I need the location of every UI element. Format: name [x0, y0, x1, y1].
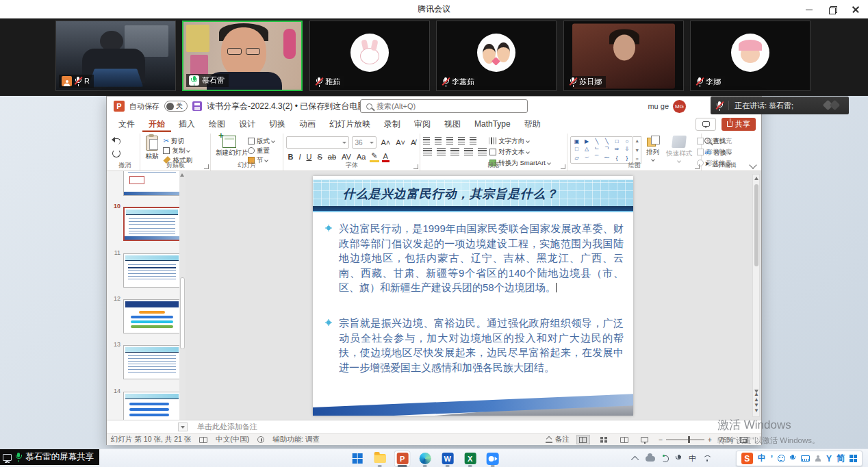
zoom-in-button[interactable]: + — [708, 436, 712, 444]
text-direction-button[interactable]: 文字方向 — [489, 136, 550, 145]
zoom-slider-knob[interactable] — [688, 436, 691, 443]
thumbnail-slide-12[interactable] — [123, 299, 181, 333]
spellcheck-icon[interactable] — [199, 437, 207, 443]
skin-icon[interactable] — [815, 455, 821, 462]
reset-button[interactable]: 重置 — [248, 146, 275, 155]
align-center-icon[interactable] — [437, 148, 446, 155]
scrollbar-thumb[interactable] — [754, 184, 758, 266]
keyboard-icon[interactable] — [801, 455, 810, 462]
replace-button[interactable]: ab替换 — [704, 148, 731, 157]
thumbnail-slide-14[interactable] — [123, 392, 181, 420]
tab-home[interactable]: 开始 — [142, 116, 171, 132]
underline-button[interactable]: U — [305, 153, 313, 161]
comments-button[interactable] — [695, 118, 716, 131]
tray-mic-icon[interactable] — [676, 455, 682, 463]
taskbar-excel[interactable]: X — [462, 451, 478, 467]
restore-button-icon[interactable] — [828, 5, 837, 14]
notes-pane[interactable]: 单击此处添加备注 — [107, 420, 761, 433]
italic-button[interactable]: I — [297, 153, 302, 161]
slide-title[interactable]: 什么是兴边富民行动，其宗旨是什么？ — [313, 186, 559, 202]
reading-view-button[interactable] — [617, 435, 631, 444]
paste-button[interactable]: 粘贴 — [143, 135, 160, 162]
scroll-up-icon[interactable] — [180, 173, 184, 177]
tab-draw[interactable]: 绘图 — [203, 116, 231, 132]
mic-muted-icon[interactable] — [716, 101, 723, 110]
font-size-combo[interactable]: 36 — [352, 136, 376, 149]
grow-font-button[interactable]: A˄ — [379, 138, 392, 147]
ime-indicator[interactable]: 中 — [689, 453, 696, 464]
slide-bullet-1[interactable]: 兴边富民行动，是1999年由国家民委联合国家发展改革委、财政部等部门倡议发起的一… — [325, 221, 624, 295]
fit-to-window-icon[interactable] — [740, 437, 748, 443]
slide-counter[interactable]: 幻灯片 第 10 张, 共 21 张 — [111, 435, 191, 444]
scrollbar-thumb[interactable] — [180, 277, 185, 349]
tab-transitions[interactable]: 切换 — [263, 116, 292, 132]
decrease-indent-icon[interactable] — [446, 137, 453, 144]
zoom-percent[interactable]: 76% — [719, 436, 733, 444]
sogou-letter[interactable]: Y — [826, 454, 832, 464]
shrink-font-button[interactable]: A˅ — [394, 138, 407, 147]
thumbnail-scrollbar[interactable] — [179, 171, 186, 420]
sogou-punct[interactable]: ’ — [771, 454, 773, 464]
thumbnail-slide-9[interactable] — [123, 171, 181, 196]
clear-format-button[interactable]: A̸ — [409, 138, 417, 147]
sync-icon[interactable] — [662, 455, 669, 462]
video-tile-2[interactable]: 慕石雷 — [182, 21, 303, 91]
slideshow-button[interactable] — [638, 435, 652, 444]
align-right-icon[interactable] — [450, 148, 459, 155]
onedrive-icon[interactable] — [646, 456, 655, 462]
shape-gallery[interactable]: ▣▶╲╲□○ □△ᄂᄀ⇨⇩ ▱︶⌒〜{} — [570, 136, 633, 164]
document-title[interactable]: 读书分享会-2022.4.3(2) • 已保存到这台电脑 — [207, 101, 366, 112]
dialog-launcher-icon[interactable] — [204, 164, 209, 169]
find-button[interactable]: 查找 — [704, 136, 731, 145]
zoom-slider[interactable] — [666, 439, 704, 440]
video-tile-6[interactable]: 李娜 — [690, 21, 810, 91]
taskbar-word[interactable]: W — [439, 451, 456, 467]
copy-button[interactable]: 复制 — [163, 146, 192, 155]
close-button-icon[interactable] — [852, 5, 860, 14]
notes-collapse-icon[interactable] — [178, 422, 188, 431]
thumbnail-slide-13[interactable] — [123, 345, 181, 379]
dialog-launcher-icon[interactable] — [413, 164, 418, 169]
thumbnail-slide-10[interactable] — [123, 207, 181, 241]
accessibility-status[interactable]: 辅助功能: 调查 — [272, 435, 320, 444]
redo-icon[interactable] — [112, 149, 120, 157]
undo-icon[interactable] — [112, 137, 122, 145]
shape-gallery-scroll[interactable]: ▲▼≡ — [633, 136, 641, 164]
new-slide-button[interactable]: 新建幻灯片 — [214, 135, 245, 157]
simplified-chinese-icon[interactable]: 简 — [837, 453, 845, 464]
account-avatar[interactable]: MG — [673, 100, 686, 113]
zoom-out-button[interactable]: − — [659, 436, 663, 444]
bullets-icon[interactable] — [423, 137, 430, 144]
video-tile-5[interactable]: 苏日娜 — [563, 21, 684, 91]
start-button[interactable] — [349, 451, 366, 467]
arrange-button[interactable]: 排列 — [644, 135, 661, 162]
increase-indent-icon[interactable] — [458, 137, 465, 144]
scroll-up-icon[interactable] — [754, 177, 758, 180]
screen-share-label[interactable]: 慕石雷的屏幕共享 — [0, 449, 99, 465]
emoji-icon[interactable] — [778, 455, 785, 462]
shadow-button[interactable]: ab — [327, 153, 337, 161]
bold-button[interactable]: B — [286, 153, 294, 161]
video-tile-3[interactable]: 雅茹 — [309, 21, 430, 91]
account-area[interactable]: mu ge MG — [648, 97, 686, 116]
speaking-banner[interactable]: 正在讲话: 慕石雷; — [711, 97, 849, 114]
tab-animations[interactable]: 动画 — [293, 116, 322, 132]
search-box[interactable] — [360, 99, 528, 113]
char-spacing-button[interactable]: AV — [340, 153, 353, 161]
taskbar-tencent-meeting[interactable] — [485, 451, 501, 467]
tab-design[interactable]: 设计 — [233, 116, 261, 132]
tab-help[interactable]: 帮助 — [518, 116, 547, 132]
voice-input-icon[interactable] — [790, 455, 796, 463]
taskbar-edge[interactable] — [417, 451, 433, 467]
taskbar-powerpoint[interactable]: P — [394, 451, 411, 467]
columns-icon[interactable] — [478, 148, 487, 155]
numbering-icon[interactable] — [435, 137, 442, 144]
previous-slide-button[interactable]: ▲▲ — [754, 392, 759, 403]
slide-title-placeholder[interactable]: 什么是兴边富民行动，其宗旨是什么？ — [313, 179, 633, 207]
slide-sorter-button[interactable] — [597, 435, 611, 444]
slide-thumbnail-panel[interactable]: 10 11 12 — [107, 171, 186, 420]
language-indicator[interactable]: 中文(中国) — [216, 435, 249, 444]
dialog-launcher-icon[interactable] — [695, 164, 700, 169]
layout-button[interactable]: 版式 — [248, 136, 275, 145]
align-left-icon[interactable] — [423, 148, 432, 155]
